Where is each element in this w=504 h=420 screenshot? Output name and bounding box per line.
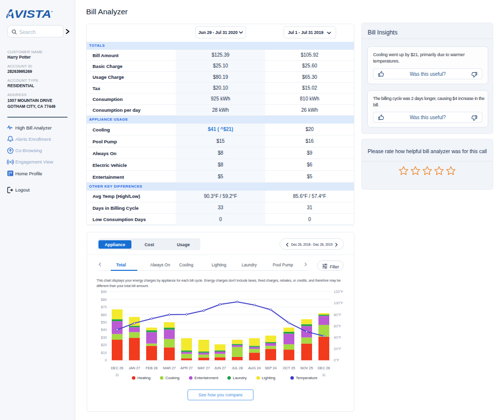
svg-text:60°F: 60°F <box>334 324 342 328</box>
svg-text:FEB 28: FEB 28 <box>146 366 158 370</box>
svg-text:$30: $30 <box>101 335 107 340</box>
svg-text:JUL 28: JUL 28 <box>232 366 243 370</box>
svg-text:JAN 27: JAN 27 <box>128 366 140 370</box>
svg-text:80°F: 80°F <box>334 313 342 317</box>
svg-text:OCT 25: OCT 25 <box>283 366 295 370</box>
svg-text:$80: $80 <box>101 297 107 302</box>
svg-text:120°F: 120°F <box>334 290 344 294</box>
svg-text:DEC 26: DEC 26 <box>111 366 123 370</box>
svg-text:31: 31 <box>322 373 326 377</box>
svg-text:20°F: 20°F <box>334 347 342 351</box>
svg-text:40°F: 40°F <box>334 335 342 340</box>
svg-text:DEC 26: DEC 26 <box>317 366 330 370</box>
svg-text:0°F: 0°F <box>334 358 340 362</box>
svg-text:100°F: 100°F <box>334 301 344 305</box>
svg-text:JUN 27: JUN 27 <box>214 366 226 370</box>
svg-text:$10: $10 <box>101 351 107 355</box>
svg-text:VISTA: VISTA <box>14 8 51 19</box>
svg-text:$60: $60 <box>101 313 107 317</box>
svg-text:APR 27: APR 27 <box>181 366 193 370</box>
svg-text:SEP 24: SEP 24 <box>265 366 277 370</box>
svg-text:$50: $50 <box>101 320 107 324</box>
svg-text:MAR 27: MAR 27 <box>163 366 176 370</box>
svg-text:0: 0 <box>105 358 107 362</box>
svg-text:MAY 27: MAY 27 <box>198 366 210 370</box>
svg-text:NOV 25: NOV 25 <box>300 366 313 370</box>
svg-text:$20: $20 <box>101 343 107 347</box>
svg-text:$40: $40 <box>101 327 107 332</box>
svg-text:$70: $70 <box>101 305 107 309</box>
svg-text:AUG 24: AUG 24 <box>248 366 261 370</box>
svg-text:31: 31 <box>115 373 119 377</box>
svg-text:$90: $90 <box>101 290 107 294</box>
